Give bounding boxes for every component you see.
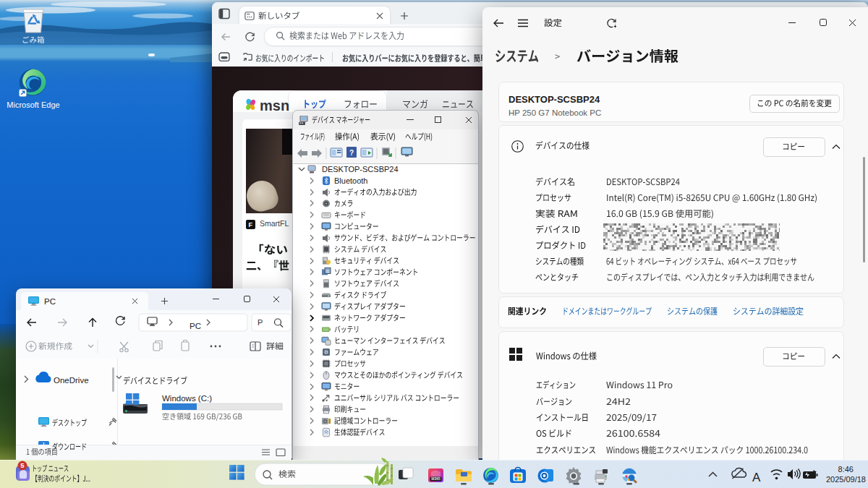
svg-text:2025/09/18: 2025/09/18 (826, 475, 866, 484)
svg-text:8:46: 8:46 (838, 465, 854, 474)
